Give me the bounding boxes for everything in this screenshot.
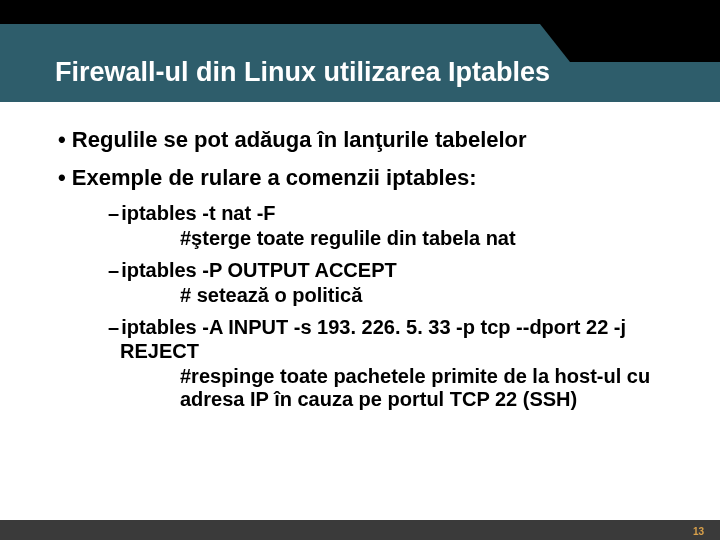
example-comment: #respinge toate pachetele primite de la …	[58, 365, 670, 411]
example-comment: # setează o politică	[58, 284, 670, 307]
slide-body: Regulile se pot adăuga în lanţurile tabe…	[0, 102, 720, 520]
bullet-level1: Regulile se pot adăuga în lanţurile tabe…	[58, 126, 670, 154]
header-notch	[570, 24, 720, 62]
page-number: 13	[693, 526, 704, 537]
footer-bar: 13	[0, 520, 720, 540]
bullet-level1: Exemple de rulare a comenzii iptables:	[58, 164, 670, 192]
example-comment: #şterge toate regulile din tabela nat	[58, 227, 670, 250]
example-command: iptables -A INPUT -s 193. 226. 5. 33 -p …	[58, 315, 670, 363]
slide-title: Firewall-ul din Linux utilizarea Iptable…	[55, 58, 680, 88]
slide: Firewall-ul din Linux utilizarea Iptable…	[0, 0, 720, 540]
example-command: iptables -P OUTPUT ACCEPT	[58, 258, 670, 282]
example-command: iptables -t nat -F	[58, 201, 670, 225]
